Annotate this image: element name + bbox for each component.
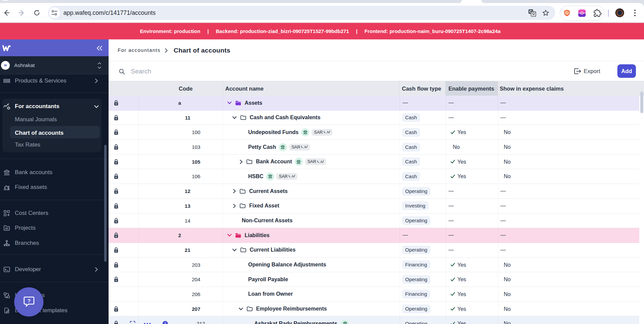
svg-text:?: ? (27, 298, 30, 303)
